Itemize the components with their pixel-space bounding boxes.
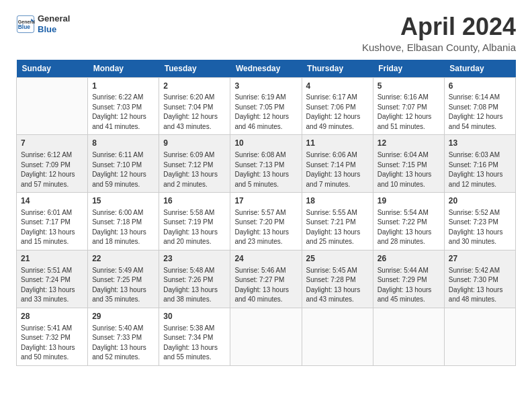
day-info: Sunrise: 6:04 AM Sunset: 7:15 PM Dayligh… [378,150,440,189]
day-info: Sunrise: 6:01 AM Sunset: 7:17 PM Dayligh… [21,208,83,247]
day-info: Sunrise: 5:44 AM Sunset: 7:29 PM Dayligh… [378,266,440,305]
calendar-day-cell: 16Sunrise: 5:58 AM Sunset: 7:19 PM Dayli… [159,193,230,250]
calendar-week-row: 28Sunrise: 5:41 AM Sunset: 7:32 PM Dayli… [17,308,516,365]
calendar-empty-cell [302,308,373,365]
calendar-day-cell: 28Sunrise: 5:41 AM Sunset: 7:32 PM Dayli… [17,308,88,365]
calendar-day-cell: 17Sunrise: 5:57 AM Sunset: 7:20 PM Dayli… [230,193,302,250]
calendar-day-cell: 13Sunrise: 6:03 AM Sunset: 7:16 PM Dayli… [444,135,515,193]
day-info: Sunrise: 5:38 AM Sunset: 7:34 PM Dayligh… [163,324,226,363]
day-number: 17 [234,195,297,207]
day-info: Sunrise: 5:52 AM Sunset: 7:23 PM Dayligh… [449,208,511,247]
weekday-header-wednesday: Wednesday [230,60,302,78]
day-number: 11 [306,138,369,149]
calendar-day-cell: 11Sunrise: 6:06 AM Sunset: 7:14 PM Dayli… [302,135,373,193]
day-number: 12 [378,138,440,149]
logo-text-line1: General [38,13,70,24]
calendar-day-cell: 3Sunrise: 6:19 AM Sunset: 7:05 PM Daylig… [230,77,302,135]
weekday-header-thursday: Thursday [302,60,373,78]
weekday-header-sunday: Sunday [17,60,88,78]
day-info: Sunrise: 6:03 AM Sunset: 7:16 PM Dayligh… [449,150,511,189]
calendar-day-cell: 18Sunrise: 5:55 AM Sunset: 7:21 PM Dayli… [302,193,373,250]
day-number: 13 [449,138,511,149]
day-number: 27 [449,253,511,265]
day-number: 29 [92,311,154,322]
calendar-week-row: 14Sunrise: 6:01 AM Sunset: 7:17 PM Dayli… [17,193,516,250]
day-info: Sunrise: 5:55 AM Sunset: 7:21 PM Dayligh… [306,208,369,247]
calendar-day-cell: 7Sunrise: 6:12 AM Sunset: 7:09 PM Daylig… [17,135,88,193]
day-number: 26 [378,253,440,265]
day-info: Sunrise: 6:09 AM Sunset: 7:12 PM Dayligh… [163,150,226,189]
day-number: 30 [163,311,226,322]
day-number: 23 [163,253,226,265]
day-number: 6 [449,81,511,92]
day-number: 1 [92,81,154,92]
day-info: Sunrise: 5:46 AM Sunset: 7:27 PM Dayligh… [234,266,297,305]
day-number: 2 [163,81,226,92]
day-number: 18 [306,195,369,207]
logo-text-line2: Blue [38,24,70,35]
day-number: 8 [92,138,154,149]
calendar-day-cell: 9Sunrise: 6:09 AM Sunset: 7:12 PM Daylig… [159,135,230,193]
day-info: Sunrise: 6:12 AM Sunset: 7:09 PM Dayligh… [21,150,83,189]
calendar-week-row: 21Sunrise: 5:51 AM Sunset: 7:24 PM Dayli… [17,250,516,308]
day-info: Sunrise: 5:41 AM Sunset: 7:32 PM Dayligh… [21,324,83,363]
calendar-day-cell: 22Sunrise: 5:49 AM Sunset: 7:25 PM Dayli… [88,250,159,308]
month-title: April 2024 [362,13,516,40]
logo: General Blue General Blue [16,13,70,34]
calendar-day-cell: 14Sunrise: 6:01 AM Sunset: 7:17 PM Dayli… [17,193,88,250]
weekday-header-row: SundayMondayTuesdayWednesdayThursdayFrid… [17,60,516,78]
calendar-table: SundayMondayTuesdayWednesdayThursdayFrid… [16,60,516,366]
day-number: 5 [378,81,440,92]
day-number: 16 [163,195,226,207]
calendar-day-cell: 20Sunrise: 5:52 AM Sunset: 7:23 PM Dayli… [444,193,515,250]
calendar-day-cell: 5Sunrise: 6:16 AM Sunset: 7:07 PM Daylig… [373,77,444,135]
calendar-empty-cell [17,77,88,135]
calendar-empty-cell [230,308,302,365]
day-number: 14 [21,195,83,207]
calendar-day-cell: 26Sunrise: 5:44 AM Sunset: 7:29 PM Dayli… [373,250,444,308]
day-info: Sunrise: 6:11 AM Sunset: 7:10 PM Dayligh… [92,150,154,189]
day-info: Sunrise: 6:06 AM Sunset: 7:14 PM Dayligh… [306,150,369,189]
day-info: Sunrise: 5:40 AM Sunset: 7:33 PM Dayligh… [92,324,154,363]
day-info: Sunrise: 6:08 AM Sunset: 7:13 PM Dayligh… [234,150,297,189]
calendar-day-cell: 30Sunrise: 5:38 AM Sunset: 7:34 PM Dayli… [159,308,230,365]
calendar-day-cell: 15Sunrise: 6:00 AM Sunset: 7:18 PM Dayli… [88,193,159,250]
day-number: 19 [378,195,440,207]
day-number: 25 [306,253,369,265]
calendar-day-cell: 29Sunrise: 5:40 AM Sunset: 7:33 PM Dayli… [88,308,159,365]
calendar-day-cell: 12Sunrise: 6:04 AM Sunset: 7:15 PM Dayli… [373,135,444,193]
weekday-header-tuesday: Tuesday [159,60,230,78]
calendar-day-cell: 21Sunrise: 5:51 AM Sunset: 7:24 PM Dayli… [17,250,88,308]
day-number: 10 [234,138,297,149]
calendar-empty-cell [444,308,515,365]
day-info: Sunrise: 6:22 AM Sunset: 7:03 PM Dayligh… [92,93,154,132]
calendar-day-cell: 24Sunrise: 5:46 AM Sunset: 7:27 PM Dayli… [230,250,302,308]
weekday-header-friday: Friday [373,60,444,78]
day-info: Sunrise: 6:17 AM Sunset: 7:06 PM Dayligh… [306,93,369,132]
day-number: 7 [21,138,83,149]
calendar-day-cell: 4Sunrise: 6:17 AM Sunset: 7:06 PM Daylig… [302,77,373,135]
day-info: Sunrise: 5:57 AM Sunset: 7:20 PM Dayligh… [234,208,297,247]
weekday-header-monday: Monday [88,60,159,78]
day-number: 15 [92,195,154,207]
day-number: 22 [92,253,154,265]
calendar-week-row: 1Sunrise: 6:22 AM Sunset: 7:03 PM Daylig… [17,77,516,135]
location-subtitle: Kushove, Elbasan County, Albania [362,42,516,53]
day-number: 4 [306,81,369,92]
day-number: 21 [21,253,83,265]
calendar-week-row: 7Sunrise: 6:12 AM Sunset: 7:09 PM Daylig… [17,135,516,193]
weekday-header-saturday: Saturday [444,60,515,78]
day-number: 24 [234,253,297,265]
calendar-day-cell: 2Sunrise: 6:20 AM Sunset: 7:04 PM Daylig… [159,77,230,135]
calendar-day-cell: 27Sunrise: 5:42 AM Sunset: 7:30 PM Dayli… [444,250,515,308]
day-info: Sunrise: 6:19 AM Sunset: 7:05 PM Dayligh… [234,93,297,132]
day-number: 3 [234,81,297,92]
logo-icon: General Blue [16,15,35,34]
day-info: Sunrise: 5:49 AM Sunset: 7:25 PM Dayligh… [92,266,154,305]
day-info: Sunrise: 6:00 AM Sunset: 7:18 PM Dayligh… [92,208,154,247]
day-info: Sunrise: 5:51 AM Sunset: 7:24 PM Dayligh… [21,266,83,305]
calendar-empty-cell [373,308,444,365]
day-number: 9 [163,138,226,149]
calendar-day-cell: 23Sunrise: 5:48 AM Sunset: 7:26 PM Dayli… [159,250,230,308]
day-info: Sunrise: 5:45 AM Sunset: 7:28 PM Dayligh… [306,266,369,305]
